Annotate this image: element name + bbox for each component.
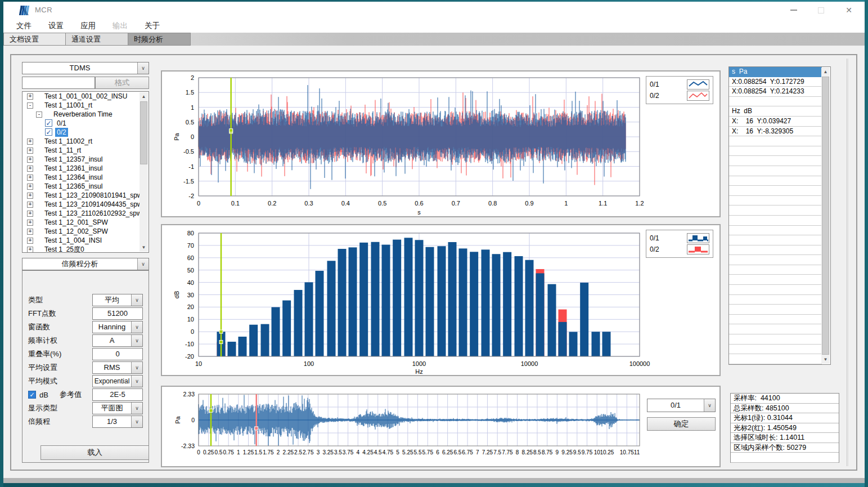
tree-item-5[interactable]: +Test 1_11002_rt bbox=[23, 137, 149, 146]
collapse-icon[interactable]: - bbox=[27, 102, 33, 109]
analysis-type-combo[interactable]: 倍频程分析 ∨ bbox=[22, 258, 149, 270]
expand-icon[interactable]: + bbox=[27, 211, 33, 217]
field-label-text: dB bbox=[39, 391, 48, 399]
scroll-down-icon[interactable]: ▼ bbox=[821, 355, 830, 364]
tree-item-15[interactable]: +Test 1_12_002_SPW bbox=[23, 227, 149, 236]
tree-scroll-thumb[interactable] bbox=[140, 101, 147, 164]
file-format-combo[interactable]: TDMS ∨ bbox=[22, 62, 149, 74]
tree-scrollbar[interactable]: ▲ ▼ bbox=[140, 92, 148, 252]
tree-item-1[interactable]: -Test 1_11001_rt bbox=[23, 101, 149, 110]
chevron-down-icon[interactable]: ∨ bbox=[131, 294, 142, 306]
menu-item-2[interactable]: 应用 bbox=[72, 19, 104, 33]
checkbox-checked[interactable]: ✓ bbox=[45, 119, 52, 127]
form-row-5: 平均设置RMS∨ bbox=[28, 361, 143, 374]
tab-1[interactable]: 通道设置 bbox=[66, 33, 128, 46]
chevron-down-icon[interactable]: ∨ bbox=[131, 362, 142, 373]
expand-icon[interactable]: + bbox=[27, 166, 33, 172]
readout-row bbox=[729, 235, 822, 245]
field-select-5[interactable]: RMS∨ bbox=[92, 361, 143, 374]
svg-text:-1: -1 bbox=[188, 163, 194, 170]
field-input-4[interactable]: 0 bbox=[92, 348, 143, 360]
app-logo-icon bbox=[19, 5, 30, 16]
db-checkbox[interactable]: ✓ bbox=[28, 391, 36, 399]
readout-scroll-thumb[interactable] bbox=[822, 77, 829, 355]
expand-icon[interactable]: + bbox=[27, 175, 33, 181]
chevron-down-icon[interactable]: ∨ bbox=[131, 335, 142, 346]
chevron-down-icon[interactable]: ∨ bbox=[137, 62, 149, 74]
tree-item-12[interactable]: +Test 1_123_210914094435_spw bbox=[23, 200, 149, 209]
chevron-down-icon[interactable]: ∨ bbox=[131, 321, 142, 333]
expand-icon[interactable]: + bbox=[27, 157, 33, 163]
tab-0[interactable]: 文档设置 bbox=[3, 33, 66, 46]
svg-text:0.6: 0.6 bbox=[415, 200, 423, 207]
maximize-button[interactable] bbox=[808, 2, 833, 19]
overview-channel-combo[interactable]: 0/1 ∨ bbox=[647, 399, 716, 412]
chevron-down-icon[interactable]: ∨ bbox=[704, 399, 715, 412]
menu-item-4[interactable]: 关于 bbox=[136, 19, 168, 33]
field-select-9[interactable]: 1/3∨ bbox=[92, 415, 143, 428]
svg-text:5.5: 5.5 bbox=[414, 449, 422, 455]
tree-item-13[interactable]: +Test 1_123_211026102932_spw bbox=[23, 209, 149, 218]
tree-item-2[interactable]: -Reverberation Time bbox=[23, 110, 149, 119]
confirm-button[interactable]: 确定 bbox=[647, 417, 716, 431]
field-select-3[interactable]: A∨ bbox=[92, 334, 143, 347]
checkbox-checked[interactable]: ✓ bbox=[45, 128, 52, 136]
minimize-button[interactable] bbox=[781, 2, 806, 19]
tree-item-4[interactable]: ✓0/2 bbox=[23, 128, 149, 137]
window-title: MCR bbox=[35, 6, 52, 14]
chevron-down-icon[interactable]: ∨ bbox=[131, 403, 142, 414]
expand-icon[interactable]: + bbox=[27, 93, 33, 100]
tree-item-0[interactable]: +Test 1_001_001_002_INSU bbox=[23, 92, 149, 101]
close-button[interactable]: ✕ bbox=[836, 2, 861, 19]
readout-scrollbar[interactable]: ▲ ▼ bbox=[821, 68, 830, 364]
svg-text:-0.5: -0.5 bbox=[183, 148, 194, 155]
chevron-down-icon[interactable]: ∨ bbox=[137, 258, 149, 270]
expand-icon[interactable]: + bbox=[27, 202, 33, 208]
expand-icon[interactable]: + bbox=[27, 148, 33, 154]
info-row-5: 区域内采样个数: 50279 bbox=[731, 443, 839, 453]
svg-text:0.25: 0.25 bbox=[203, 449, 214, 455]
expand-icon[interactable]: + bbox=[27, 138, 33, 145]
field-input-1[interactable]: 51200 bbox=[92, 307, 143, 320]
expand-icon[interactable]: + bbox=[27, 220, 33, 226]
expand-icon[interactable]: + bbox=[27, 193, 33, 199]
field-select-8[interactable]: 平面图∨ bbox=[92, 402, 143, 414]
tab-2[interactable]: 时频分析 bbox=[128, 33, 191, 46]
tree-item-16[interactable]: +Test 1_1_004_INSI bbox=[23, 236, 149, 245]
expand-icon[interactable]: + bbox=[27, 229, 33, 235]
tree-item-7[interactable]: +Test 1_12357_insul bbox=[23, 155, 149, 164]
svg-text:1.2: 1.2 bbox=[635, 200, 644, 207]
chevron-down-icon[interactable]: ∨ bbox=[131, 416, 142, 427]
scroll-up-icon[interactable]: ▲ bbox=[140, 92, 148, 101]
format-button[interactable]: 格式 bbox=[95, 77, 149, 89]
tree-item-3[interactable]: ✓0/1 bbox=[23, 119, 149, 128]
field-select-2[interactable]: Hanning∨ bbox=[92, 321, 143, 333]
tree-item-17[interactable]: +Test 1_25度0 bbox=[23, 245, 149, 253]
tree-item-11[interactable]: +Test 1_123_210908101941_spw bbox=[23, 191, 149, 200]
tree-item-6[interactable]: +Test 1_11_rt bbox=[23, 146, 149, 155]
panel-divider[interactable] bbox=[847, 59, 847, 466]
field-input-7[interactable]: 2E-5 bbox=[92, 388, 143, 401]
tree-item-14[interactable]: +Test 1_12_001_SPW bbox=[23, 218, 149, 227]
readout-row bbox=[729, 196, 822, 206]
scroll-up-icon[interactable]: ▲ bbox=[821, 68, 830, 76]
expand-icon[interactable]: + bbox=[27, 238, 33, 244]
field-select-6[interactable]: Exponential∨ bbox=[92, 375, 143, 387]
readout-row bbox=[729, 275, 822, 285]
menu-item-0[interactable]: 文件 bbox=[8, 19, 40, 33]
chevron-down-icon[interactable]: ∨ bbox=[131, 376, 142, 387]
scroll-down-icon[interactable]: ▼ bbox=[140, 243, 148, 252]
tree-item-8[interactable]: +Test 1_12361_insul bbox=[23, 164, 149, 173]
svg-text:0.2: 0.2 bbox=[268, 200, 276, 207]
tree-item-9[interactable]: +Test 1_12364_insul bbox=[23, 173, 149, 182]
expand-icon[interactable]: + bbox=[27, 184, 33, 190]
load-button[interactable]: 载入 bbox=[41, 445, 149, 460]
field-label: 类型 bbox=[28, 295, 92, 305]
readout-header-row[interactable]: s Pa bbox=[729, 67, 822, 77]
expand-icon[interactable]: + bbox=[27, 247, 33, 253]
field-select-0[interactable]: 平均∨ bbox=[92, 294, 143, 306]
menu-item-1[interactable]: 设置 bbox=[40, 19, 72, 33]
collapse-icon[interactable]: - bbox=[36, 111, 42, 118]
tree-item-10[interactable]: +Test 1_12365_insul bbox=[23, 182, 149, 191]
filter-input[interactable] bbox=[22, 77, 95, 89]
